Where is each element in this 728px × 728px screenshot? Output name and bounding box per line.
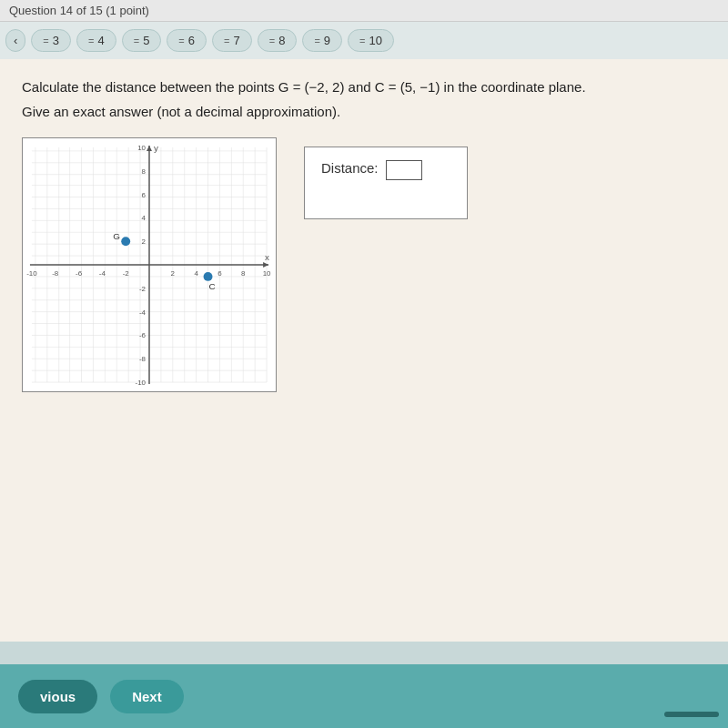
- next-button[interactable]: Next: [110, 680, 184, 713]
- previous-button[interactable]: vious: [18, 680, 97, 713]
- svg-text:6: 6: [142, 190, 147, 198]
- bottom-bar: vious Next: [0, 664, 728, 728]
- svg-text:-10: -10: [26, 268, 37, 277]
- svg-text:-4: -4: [139, 308, 147, 316]
- tab-back-arrow[interactable]: ‹: [5, 29, 25, 52]
- main-content: Calculate the distance between the point…: [0, 59, 728, 642]
- svg-text:-2: -2: [139, 284, 147, 292]
- answer-box: Distance:: [304, 147, 468, 219]
- x-axis-label: x: [265, 252, 269, 262]
- tab-5[interactable]: =5: [122, 29, 162, 52]
- question-line2: Give an exact answer (not a decimal appr…: [22, 104, 706, 119]
- tab-3[interactable]: =3: [31, 29, 71, 52]
- svg-text:-8: -8: [52, 268, 59, 277]
- content-row: -10 -8 -6 -4 -2 2 4 6 8 10 10 8 6 4: [22, 137, 706, 392]
- svg-text:4: 4: [194, 268, 198, 277]
- point-c: [204, 271, 213, 280]
- svg-marker-42: [263, 262, 268, 268]
- svg-text:4: 4: [142, 214, 147, 222]
- svg-marker-43: [147, 145, 152, 150]
- svg-text:-6: -6: [76, 268, 83, 277]
- point-g: [121, 237, 130, 246]
- distance-label: Distance:: [321, 160, 379, 176]
- svg-text:-6: -6: [139, 331, 147, 339]
- scrollbar[interactable]: [664, 712, 719, 717]
- svg-text:2: 2: [142, 238, 147, 246]
- svg-text:6: 6: [217, 268, 222, 277]
- point-c-label: C: [209, 280, 216, 290]
- svg-text:8: 8: [142, 167, 147, 175]
- question-label: Question 14 of 15 (1 point): [9, 4, 149, 17]
- svg-text:2: 2: [171, 268, 176, 277]
- question-line1: Calculate the distance between the point…: [22, 77, 706, 98]
- point-g-label: G: [113, 231, 120, 241]
- tab-7[interactable]: =7: [212, 29, 252, 52]
- top-bar: Question 14 of 15 (1 point): [0, 0, 728, 22]
- svg-text:-10: -10: [136, 379, 147, 387]
- tab-6[interactable]: =6: [167, 29, 207, 52]
- tab-8[interactable]: =8: [258, 29, 298, 52]
- svg-text:10: 10: [263, 268, 271, 277]
- coordinate-graph: -10 -8 -6 -4 -2 2 4 6 8 10 10 8 6 4: [22, 137, 277, 392]
- tab-10[interactable]: =10: [348, 29, 394, 52]
- svg-text:-2: -2: [123, 268, 130, 277]
- question-tabs: ‹ =3 =4 =5 =6 =7 =8 =9 =10: [0, 22, 728, 59]
- svg-text:-8: -8: [139, 355, 147, 363]
- y-axis-label: y: [154, 142, 158, 152]
- tab-4[interactable]: =4: [76, 29, 116, 52]
- svg-text:10: 10: [137, 143, 146, 151]
- svg-text:8: 8: [241, 268, 246, 277]
- svg-text:-4: -4: [99, 268, 106, 277]
- distance-input[interactable]: [386, 160, 422, 180]
- tab-9[interactable]: =9: [302, 29, 342, 52]
